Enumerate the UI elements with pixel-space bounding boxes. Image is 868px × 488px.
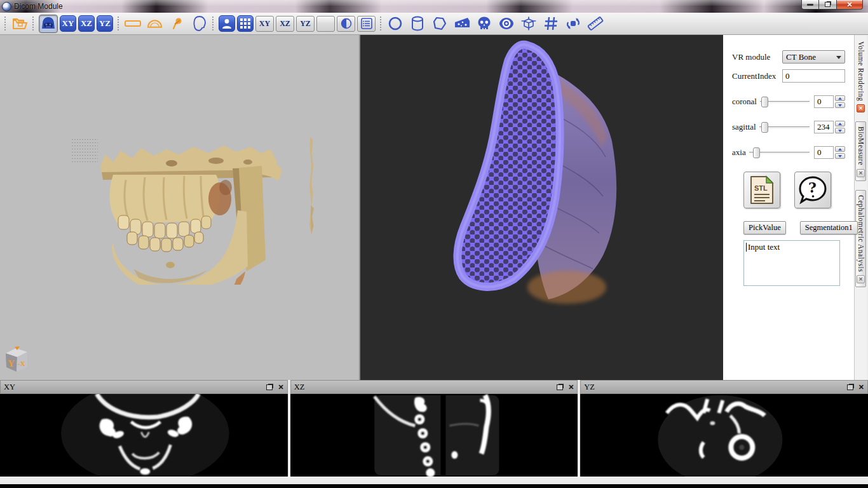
tab-label: Volume Rendering <box>857 41 865 101</box>
spin-up-button[interactable] <box>835 146 845 152</box>
plane-xz-button[interactable]: XZ <box>78 15 95 32</box>
xz-slice-view[interactable] <box>290 394 578 477</box>
view-xy-toggle[interactable]: XY <box>255 16 274 32</box>
float-panel-icon[interactable] <box>847 384 853 390</box>
toolbar-handle[interactable] <box>379 16 383 31</box>
skull-tool-button[interactable] <box>475 15 492 32</box>
volume-3d-view[interactable]: Y -X <box>0 35 360 380</box>
ruler-icon <box>125 20 141 27</box>
slider-thumb[interactable] <box>753 147 760 158</box>
window-title: Dicom Module <box>14 2 63 11</box>
list-toggle[interactable] <box>357 16 376 32</box>
app-logo-icon <box>2 2 11 11</box>
cheese-tool-button[interactable] <box>453 15 470 32</box>
toolbar-handle[interactable] <box>212 16 215 31</box>
close-tab-icon[interactable]: ✕ <box>857 275 865 283</box>
xz-panel-titlebar[interactable]: XZ ✕ <box>290 380 578 394</box>
toolbar-handle[interactable] <box>4 16 7 31</box>
open-folder-button[interactable] <box>11 15 28 32</box>
export-stl-button[interactable]: STL <box>743 172 780 208</box>
slider-thumb[interactable] <box>761 122 768 133</box>
toolbar-handle[interactable] <box>32 16 35 31</box>
tab-cephalometric-analysis[interactable]: Cephalometric Analysis ✕ <box>855 190 866 287</box>
restore-icon <box>825 2 831 7</box>
cube-y-label: Y <box>8 358 15 369</box>
float-panel-icon[interactable] <box>557 384 563 390</box>
sagittal-row: sagittal 234 <box>732 121 845 133</box>
spin-down-button[interactable] <box>835 128 845 133</box>
minimize-icon <box>807 4 813 6</box>
eye-tool-button[interactable] <box>498 15 515 32</box>
ruler-diagonal-icon <box>587 16 604 31</box>
titlebar[interactable]: Dicom Module ✕ <box>0 0 868 13</box>
notes-textarea[interactable]: Input text <box>743 240 840 286</box>
segmentation-button[interactable]: Segmentation1 <box>800 221 858 234</box>
current-index-input[interactable]: 0 <box>782 69 845 83</box>
cylinder-icon <box>410 16 424 31</box>
patient-button[interactable] <box>219 15 235 32</box>
blank-toggle[interactable] <box>316 16 335 32</box>
measure-length-button[interactable] <box>124 15 141 32</box>
orientation-cube[interactable]: Y -X <box>1 345 31 374</box>
cube-3d-icon <box>520 16 537 31</box>
volume-render-button[interactable] <box>39 15 58 33</box>
contrast-toggle[interactable] <box>337 16 355 32</box>
toolbar-handle[interactable] <box>117 16 120 31</box>
close-panel-icon[interactable]: ✕ <box>278 383 283 391</box>
close-panel-icon[interactable]: ✕ <box>568 383 574 391</box>
pick-value-button[interactable]: PickValue <box>743 221 786 234</box>
coronal-slider[interactable] <box>760 96 810 107</box>
xy-panel-titlebar[interactable]: XY ✕ <box>0 380 288 394</box>
ellipse-roi-button[interactable] <box>386 15 403 32</box>
head-outline-button[interactable] <box>191 15 208 32</box>
plane-xy-button[interactable]: XY <box>60 15 76 32</box>
ruler-3d-button[interactable] <box>587 15 604 32</box>
close-button[interactable]: ✕ <box>836 0 863 10</box>
slider-thumb[interactable] <box>761 97 768 107</box>
axia-slider[interactable] <box>749 147 810 158</box>
coronal-value[interactable]: 0 <box>814 95 834 108</box>
close-tab-icon[interactable]: ✕ <box>857 104 865 112</box>
measure-angle-button[interactable] <box>146 15 163 32</box>
grid-lines-button[interactable] <box>542 15 559 32</box>
view-xz-toggle[interactable]: XZ <box>276 16 294 32</box>
minimize-button[interactable] <box>801 0 819 10</box>
spin-down-button[interactable] <box>835 153 845 159</box>
vr-module-select[interactable]: CT Bone <box>782 50 845 64</box>
float-panel-icon[interactable] <box>266 384 273 390</box>
tab-volume-rendering[interactable]: Volume Rendering ✕ <box>857 41 865 112</box>
plane-yz-button[interactable]: YZ <box>97 15 113 32</box>
close-panel-icon[interactable]: ✕ <box>858 383 864 391</box>
pin-button[interactable] <box>168 15 186 32</box>
tab-biomeasure[interactable]: BioMeasure ✕ <box>855 121 866 180</box>
restore-button[interactable] <box>819 0 836 10</box>
sagittal-value[interactable]: 234 <box>814 121 834 133</box>
view-yz-toggle[interactable]: YZ <box>296 16 315 32</box>
close-icon: ✕ <box>846 1 852 9</box>
coronal-ct-slice <box>580 394 868 477</box>
help-button[interactable]: ? <box>794 172 831 208</box>
cheese-icon <box>454 17 470 30</box>
spin-up-button[interactable] <box>835 95 845 101</box>
sagittal-label: sagittal <box>732 122 756 132</box>
mesh-3d-view[interactable] <box>360 35 723 380</box>
polygon-roi-button[interactable] <box>431 15 448 32</box>
spin-up-button[interactable] <box>835 121 845 126</box>
toolbar: XY XZ YZ <box>0 13 868 35</box>
coronal-row: coronal 0 <box>732 95 845 108</box>
yz-panel-titlebar[interactable]: YZ ✕ <box>580 380 868 394</box>
sagittal-slider[interactable] <box>759 121 810 133</box>
spin-down-button[interactable] <box>835 102 845 108</box>
axia-value[interactable]: 0 <box>814 146 834 159</box>
reslice-cube-button[interactable] <box>520 15 537 32</box>
close-tab-icon[interactable]: ✕ <box>857 169 865 177</box>
current-index-value: 0 <box>785 71 790 81</box>
skull-icon <box>477 16 492 31</box>
xy-slice-view[interactable] <box>0 394 288 477</box>
cylinder-roi-button[interactable] <box>409 15 426 32</box>
polygon-icon <box>432 16 447 31</box>
yz-slice-view[interactable] <box>580 394 868 477</box>
export-buttons-row: STL ? <box>743 172 854 208</box>
series-grid-button[interactable] <box>237 15 254 32</box>
rotate-view-button[interactable] <box>564 15 581 32</box>
